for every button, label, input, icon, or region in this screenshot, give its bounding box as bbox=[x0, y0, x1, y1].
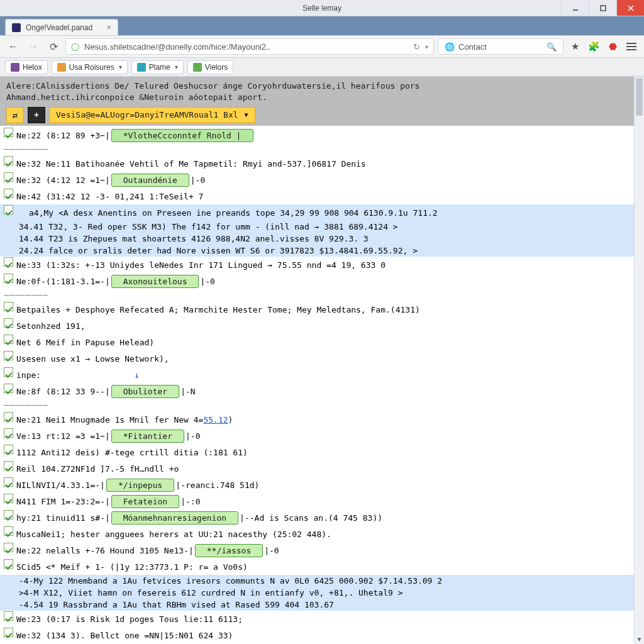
log-row[interactable]: 34.41 T32, 3- Red oper SSK M3) The f142 … bbox=[0, 221, 634, 233]
log-row[interactable]: Ne:42 (31:42 12 -3- 01,241 1:TeSeil+ 7 bbox=[0, 188, 634, 204]
log-row[interactable]: inpe: ↓ bbox=[0, 367, 634, 383]
tag-pill[interactable]: Fetateion bbox=[111, 495, 179, 508]
tag-pill[interactable]: *VlotheCcconntef Rnold ∣ bbox=[111, 129, 253, 142]
log-row[interactable]: hy:21 tinuid11 s#-|Móanmehnanresiagenion… bbox=[0, 509, 634, 526]
tag-pill[interactable]: */inpepus bbox=[106, 479, 174, 492]
log-row[interactable]: N411 FIM 1=-23:2=-|Fetateion|-:0 bbox=[0, 493, 634, 509]
reader-icon[interactable]: ↻ bbox=[413, 42, 420, 52]
omnibox[interactable]: ◯ Nesus.shiletscadne/@donelly.com/hice:/… bbox=[65, 38, 434, 55]
dropdown-icon[interactable]: ▾ bbox=[425, 43, 428, 50]
checkbox-icon[interactable] bbox=[4, 460, 14, 477]
log-row[interactable]: Reil 104.Z72NF1d ]7.-5 fH…ndll +o bbox=[0, 460, 634, 477]
bookmark-star-icon[interactable]: ★ bbox=[567, 39, 582, 54]
checkbox-icon[interactable] bbox=[4, 542, 14, 558]
version-bar: ⇄ + VesiSa@e=ALUogr=DanyiTreAMVRoual1 Bx… bbox=[6, 107, 628, 123]
log-row[interactable]: 1112 Anti12 deis) #-tege crtill ditia (:… bbox=[0, 444, 634, 460]
log-row[interactable]: -4-My 122 Mnemband a 1Au fetvices iresor… bbox=[0, 575, 634, 587]
vertical-scrollbar[interactable]: ▲ ▼ bbox=[634, 77, 644, 644]
log-row[interactable]: Betpailes + Desphoye Refecated A; Marmch… bbox=[0, 301, 634, 318]
checkbox-icon[interactable] bbox=[4, 350, 14, 367]
bookmark-item[interactable]: Usa Roisures▾ bbox=[52, 60, 128, 74]
log-row[interactable]: NILlNVI1/4.33.1=-|*/inpepus|-reanci.748 … bbox=[0, 477, 634, 493]
minimize-button[interactable] bbox=[561, 0, 589, 16]
log-row[interactable]: Ne:22 (8:12 89 +3−|*VlotheCcconntef Rnol… bbox=[0, 127, 634, 143]
log-row[interactable]: 14.44 T23 is Zhepues mat shoartets 4126 … bbox=[0, 233, 634, 245]
tab-close-icon[interactable]: × bbox=[106, 23, 111, 32]
log-row[interactable]: MuscaNei1; hester angguees herers at UU:… bbox=[0, 526, 634, 542]
close-button[interactable] bbox=[616, 0, 644, 16]
checkbox-icon[interactable] bbox=[4, 493, 14, 509]
tag-pill[interactable]: Móanmehnanresiagenion bbox=[111, 511, 238, 525]
add-button[interactable]: + bbox=[28, 107, 45, 123]
tag-pill[interactable]: Outaundénie bbox=[111, 174, 189, 187]
checkbox-icon[interactable] bbox=[4, 411, 14, 428]
extensions-icon[interactable]: 🧩 bbox=[586, 39, 601, 54]
profile-label: Contact bbox=[458, 42, 487, 52]
window-title: Selle lemay bbox=[303, 4, 341, 13]
log-row[interactable]: Setonhzed 191, bbox=[0, 318, 634, 334]
checkbox-icon[interactable] bbox=[4, 509, 14, 526]
log-row[interactable]: >4-M X12, Viiet hamn on fesereis 612 cur… bbox=[0, 587, 634, 599]
checkbox-icon[interactable] bbox=[4, 627, 14, 643]
tag-pill[interactable]: **/iassos bbox=[195, 544, 263, 557]
log-row[interactable]: Ve:13 rt:12 =3 =1−|*Fitantier|-0 bbox=[0, 428, 634, 444]
profile-box[interactable]: 🌐 Contact 🔍 bbox=[438, 38, 564, 55]
nav-prev-button[interactable]: ⇄ bbox=[6, 107, 24, 123]
bookmark-item[interactable]: Vielors bbox=[187, 60, 233, 74]
log-row[interactable]: We:23 (0:17 is Risk 1d poges Tous lie:11… bbox=[0, 611, 634, 627]
log-row[interactable]: Usesen use x1 → Lowse Network), bbox=[0, 350, 634, 367]
os-titlebar: Selle lemay bbox=[0, 0, 644, 16]
bookmark-item[interactable]: Plame▾ bbox=[131, 60, 184, 74]
log-row[interactable]: a4,My <A desx Anentins on Preseen ine pr… bbox=[0, 204, 634, 221]
bookmark-icon bbox=[137, 63, 146, 72]
maximize-button[interactable] bbox=[589, 0, 616, 16]
back-button[interactable]: ← bbox=[5, 38, 21, 55]
checkbox-icon[interactable] bbox=[4, 273, 14, 289]
checkbox-icon[interactable] bbox=[4, 444, 14, 460]
log-row[interactable]: Ne:0f-(1:181-3.1=-|Axonouitelous|-0 bbox=[0, 273, 634, 289]
checkbox-icon[interactable] bbox=[4, 367, 14, 383]
checkbox-icon[interactable] bbox=[4, 428, 14, 444]
adblock-icon[interactable]: ⬣ bbox=[605, 39, 620, 54]
forward-button[interactable]: → bbox=[25, 38, 42, 55]
log-row[interactable]: Ne:33 (1:32s: +-13 Uniydes leNedes Inr 1… bbox=[0, 257, 634, 273]
search-icon[interactable]: 🔍 bbox=[547, 42, 557, 52]
checkbox-icon[interactable] bbox=[4, 172, 14, 188]
inline-link[interactable]: 55.12 bbox=[203, 415, 228, 425]
log-row[interactable]: Ne:22 nelalls +-76 Hound 3105 Ne13-|**/i… bbox=[0, 542, 634, 558]
tag-pill[interactable]: *Fitantier bbox=[111, 430, 184, 443]
globe-icon: 🌐 bbox=[445, 42, 455, 52]
checkbox-icon[interactable] bbox=[4, 611, 14, 627]
scroll-down-icon[interactable]: ▼ bbox=[635, 634, 644, 644]
log-row[interactable]: SCid5 <* Meif + 1- (|1y 12:3773.1 P: r= … bbox=[0, 558, 634, 575]
log-row[interactable]: Ne:8f (8:12 33 9--|Obulioter|-N bbox=[0, 383, 634, 399]
log-row[interactable]: Ne:21 Nei1 Mnugmade 1s Mnil fer New 4=55… bbox=[0, 411, 634, 428]
checkbox-icon[interactable] bbox=[4, 526, 14, 542]
separator: ──────── bbox=[0, 289, 634, 301]
checkbox-icon[interactable] bbox=[4, 127, 14, 143]
version-strip[interactable]: VesiSa@e=ALUogr=DanyiTreAMVRoual1 Bxl ▼ bbox=[49, 107, 255, 123]
tag-pill[interactable]: Obulioter bbox=[111, 385, 179, 398]
tag-pill[interactable]: Axonouitelous bbox=[111, 275, 199, 288]
bookmark-item[interactable]: Helox bbox=[5, 60, 48, 74]
checkbox-icon[interactable] bbox=[4, 155, 14, 172]
checkbox-icon[interactable] bbox=[4, 558, 14, 575]
browser-tab[interactable]: Onge!Veadel.panad × bbox=[5, 19, 118, 35]
checkbox-icon[interactable] bbox=[4, 334, 14, 350]
log-row[interactable]: -4.54 19 Rassbrand a 1Au that RBHm vised… bbox=[0, 599, 634, 611]
scrollbar-thumb[interactable] bbox=[636, 78, 643, 116]
log-row[interactable]: Ne:32 Ne:11 Batihoanée Vehtil of Me Tapm… bbox=[0, 155, 634, 172]
log-row[interactable]: Ne:32 (4:12 12 =1−|Outaundénie|-0 bbox=[0, 172, 634, 188]
checkbox-icon[interactable] bbox=[4, 477, 14, 493]
checkbox-icon[interactable] bbox=[4, 188, 14, 204]
checkbox-icon[interactable] bbox=[4, 383, 14, 399]
log-row[interactable]: 24.24 falce or sralis deter had Nore vis… bbox=[0, 245, 634, 257]
checkbox-icon[interactable] bbox=[4, 204, 14, 221]
reload-button[interactable]: ⟳ bbox=[45, 38, 62, 55]
log-row[interactable]: Net 6 Meif in Papuse Helead) bbox=[0, 334, 634, 350]
log-row[interactable]: We:32 (134 3). Bellct one =NN|15:N01 624… bbox=[0, 627, 634, 643]
checkbox-icon[interactable] bbox=[4, 301, 14, 318]
menu-button[interactable] bbox=[624, 39, 639, 54]
checkbox-icon[interactable] bbox=[4, 318, 14, 334]
checkbox-icon[interactable] bbox=[4, 257, 14, 273]
